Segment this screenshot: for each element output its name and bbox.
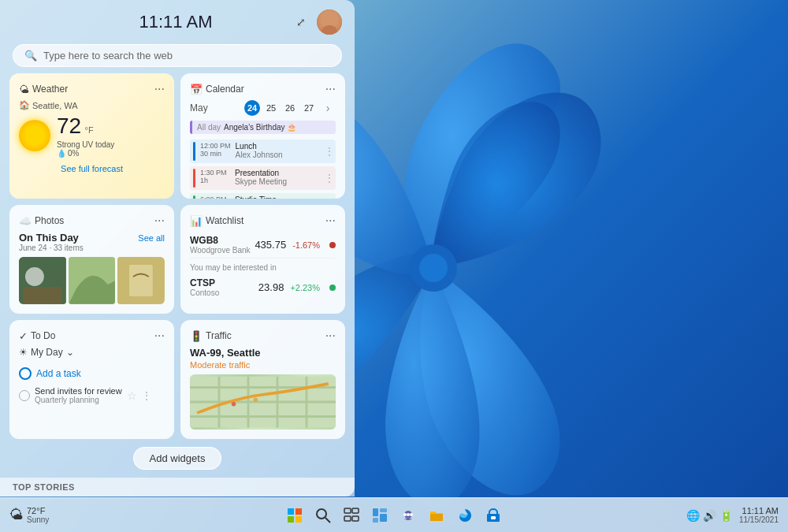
calendar-icon: 📅 — [190, 84, 203, 95]
stock-item-wgb8[interactable]: WGB8 Woodgrove Bank 435.75 -1.67% — [190, 232, 336, 259]
photos-widget-title: ☁️ Photos — [19, 215, 64, 227]
svg-rect-29 — [352, 516, 359, 521]
calendar-event-lunch[interactable]: 12:00 PM 30 min Lunch Alex Johnson ⋮ — [190, 140, 336, 163]
battery-icon: 🔋 — [719, 509, 733, 522]
weather-icon: 🌤 — [19, 84, 29, 95]
avatar[interactable] — [317, 9, 342, 35]
calendar-date-27[interactable]: 27 — [301, 100, 317, 116]
taskbar-center — [282, 503, 506, 528]
watchlist-widget-header: 📊 Watchlist ··· — [190, 214, 336, 227]
weather-location: 🏠 Seattle, WA — [19, 100, 165, 110]
todo-more-button[interactable]: ··· — [154, 329, 165, 342]
add-widgets-section: Add widgets — [0, 439, 355, 478]
svg-point-24 — [317, 509, 326, 519]
weather-widget-header: 🌤 Weather ··· — [19, 83, 165, 95]
taskbar-search-button[interactable] — [310, 503, 336, 528]
traffic-widget: 🚦 Traffic ··· WA-99, Seattle Moderate tr… — [180, 320, 345, 439]
svg-rect-20 — [288, 508, 294, 515]
calendar-more-button[interactable]: ··· — [325, 83, 336, 95]
weather-main: 72 °F Strong UV today 💧 0% — [19, 113, 165, 158]
stock-wgb8-dot — [329, 242, 336, 248]
svg-line-25 — [325, 518, 330, 523]
photos-see-all-link[interactable]: See all — [138, 233, 165, 243]
cal-event-pres-more[interactable]: ⋮ — [325, 173, 334, 184]
taskbar-edge-button[interactable] — [452, 503, 478, 528]
weather-temp-block: 72 °F Strong UV today 💧 0% — [57, 113, 114, 158]
svg-rect-31 — [380, 508, 387, 512]
traffic-location: WA-99, Seattle — [190, 347, 336, 359]
taskbar-taskview-button[interactable] — [339, 503, 364, 528]
photo-thumb-3[interactable] — [117, 257, 165, 304]
watchlist-widget-title: 📊 Watchlist — [190, 215, 243, 227]
top-stories-bar: TOP STORIES — [0, 478, 355, 497]
calendar-event-allday[interactable]: All day Angela's Birthday 🎂 — [190, 121, 336, 134]
taskbar-left: 🌤 72°F Sunny — [9, 506, 49, 524]
weather-more-button[interactable]: ··· — [154, 83, 165, 95]
widgets-panel: 11:11 AM ⤢ 🔍 Type here to search the web — [0, 0, 355, 497]
search-bar[interactable]: 🔍 Type here to search the web — [13, 44, 342, 67]
svg-rect-28 — [344, 516, 351, 521]
photo-thumb-1[interactable] — [19, 257, 66, 304]
network-icon: 🌐 — [686, 509, 700, 522]
chevron-down-icon: ⌄ — [66, 347, 74, 358]
svg-point-35 — [403, 513, 407, 516]
svg-point-18 — [232, 402, 236, 407]
add-task-button[interactable]: Add a task — [19, 364, 165, 383]
todo-widget: ✓ To Do ··· ☀ My Day ⌄ Add a task Send i… — [9, 320, 174, 439]
taskbar-chat-button[interactable] — [396, 503, 421, 528]
taskbar-clock[interactable]: 11:11 AM 11/15/2021 — [739, 506, 779, 524]
svg-point-2 — [324, 13, 335, 24]
traffic-map[interactable] — [190, 374, 336, 430]
calendar-date-26[interactable]: 26 — [282, 100, 298, 116]
taskbar-system-icons[interactable]: 🌐 🔊 🔋 — [686, 509, 733, 522]
sun-icon — [19, 120, 50, 151]
stock-item-ctsp[interactable]: CTSP Contoso 23.98 +2.23% — [190, 274, 336, 300]
photos-widget-header: ☁️ Photos ··· — [19, 214, 165, 227]
watchlist-widget: 📊 Watchlist ··· WGB8 Woodgrove Bank 435.… — [180, 205, 345, 314]
weather-widget-title: 🌤 Weather — [19, 84, 68, 95]
weather-temp: 72 °F — [57, 113, 114, 139]
taskbar-weather-icon: 🌤 — [9, 507, 24, 523]
calendar-month: May — [190, 102, 208, 113]
weather-rain: 💧 0% — [57, 149, 114, 158]
svg-point-37 — [410, 513, 413, 516]
photo-thumb-2[interactable] — [69, 257, 116, 304]
traffic-status: Moderate traffic — [190, 360, 336, 370]
taskbar-weather-text: 72°F Sunny — [27, 506, 49, 524]
photos-more-button[interactable]: ··· — [154, 214, 165, 227]
calendar-date-25[interactable]: 25 — [263, 100, 279, 116]
taskbar-explorer-button[interactable] — [424, 503, 449, 528]
add-widgets-button[interactable]: Add widgets — [133, 447, 222, 470]
panel-header: 11:11 AM ⤢ — [0, 0, 355, 41]
calendar-event-studio[interactable]: 6:00 PM 3h Studio Time Conf Rm 32/35 — [190, 193, 336, 199]
cal-event-studio-info: Studio Time Conf Rm 32/35 — [235, 195, 288, 199]
photos-header-info: On This Day June 24 · 33 items See all — [19, 232, 165, 252]
watchlist-more-button[interactable]: ··· — [325, 214, 336, 227]
taskbar-store-button[interactable] — [481, 503, 506, 528]
taskbar-weather[interactable]: 🌤 72°F Sunny — [9, 506, 49, 524]
widgets-grid: 🌤 Weather ··· 🏠 Seattle, WA 72 °F Strong… — [0, 73, 355, 439]
location-icon: 🏠 — [19, 100, 30, 110]
weather-forecast-link[interactable]: See full forecast — [19, 164, 165, 173]
photos-icon: ☁️ — [19, 215, 32, 227]
expand-icon[interactable]: ⤢ — [292, 13, 310, 32]
my-day-button[interactable]: ☀ My Day ⌄ — [19, 347, 165, 358]
traffic-more-button[interactable]: ··· — [325, 329, 336, 342]
stock-wgb8-info: WGB8 Woodgrove Bank — [190, 235, 251, 255]
svg-rect-22 — [288, 516, 294, 523]
cal-event-lunch-more[interactable]: ⋮ — [325, 146, 334, 157]
task-item-1[interactable]: Send invites for review Quarterly planni… — [19, 383, 165, 407]
todo-icon: ✓ — [19, 330, 28, 342]
task-item-1-more[interactable]: ⋮ — [142, 390, 151, 401]
calendar-widget: 📅 Calendar ··· May 24 25 26 27 › All day — [180, 73, 345, 199]
calendar-widget-title: 📅 Calendar — [190, 84, 244, 95]
calendar-chevron[interactable]: › — [320, 100, 336, 116]
calendar-date-24[interactable]: 24 — [244, 100, 260, 116]
start-button[interactable] — [282, 503, 307, 528]
stock-ctsp-info: CTSP Contoso — [190, 277, 219, 297]
top-stories-label: TOP STORIES — [13, 482, 75, 492]
task-item-1-star[interactable]: ☆ — [127, 389, 137, 402]
taskbar-widgets-button[interactable] — [367, 503, 392, 528]
calendar-event-presentation[interactable]: 1:30 PM 1h Presentation Skype Meeting ⋮ — [190, 166, 336, 190]
svg-rect-6 — [23, 287, 62, 304]
